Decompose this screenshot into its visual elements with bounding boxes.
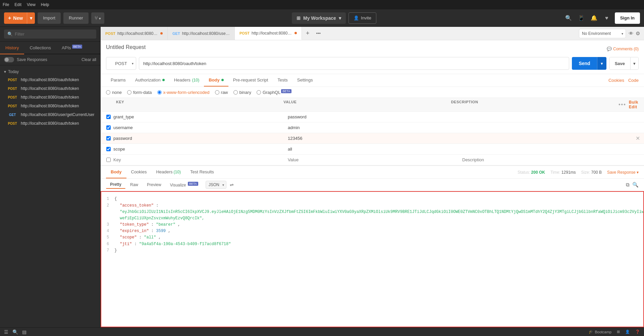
save-button[interactable]: Save [609, 57, 630, 69]
save-response-button[interactable]: Save Response ▾ [607, 170, 639, 175]
radio-binary[interactable]: binary [233, 90, 251, 95]
bulk-edit-button[interactable]: Bulk Edit [629, 100, 639, 109]
workspace-button[interactable]: ⊞ My Workspace ▾ [292, 12, 346, 24]
search-response-button[interactable]: 🔍 [632, 182, 639, 188]
row3-delete-button[interactable]: ✕ [634, 135, 644, 142]
more-tabs-button[interactable]: ••• [314, 31, 324, 36]
req-tab-authorization[interactable]: Authorization [130, 74, 169, 87]
row1-key-input[interactable] [111, 112, 285, 122]
more-options-button[interactable]: ••• [619, 102, 626, 108]
req-tab-body[interactable]: Body [204, 74, 228, 87]
row2-key-input[interactable] [111, 122, 285, 133]
request-tab-2[interactable]: POST http://localhost:8080/oauth/to... [235, 27, 302, 40]
row2-desc-input[interactable] [460, 122, 634, 133]
radio-form-data[interactable]: form-data [127, 90, 152, 95]
format-tab-preview[interactable]: Preview [143, 181, 165, 188]
import-button[interactable]: Import [38, 12, 61, 24]
history-item[interactable]: POST http://localhost:8080/oauth/token [0, 119, 100, 128]
row4-key-input[interactable] [111, 144, 285, 154]
url-input[interactable] [139, 57, 569, 70]
bottom-help-icon[interactable]: ❓ [635, 330, 640, 334]
method-select[interactable]: POST GET PUT PATCH DELETE [106, 57, 136, 70]
req-tab-tests[interactable]: Tests [273, 74, 292, 87]
response-tab-cookies[interactable]: Cookies [126, 166, 152, 178]
today-header[interactable]: ▾ Today [0, 68, 100, 75]
menu-view[interactable]: View [27, 2, 36, 7]
fork-button[interactable]: ⑂ ▾ [91, 12, 105, 24]
row1-desc-input[interactable] [460, 112, 634, 122]
row3-key-input[interactable] [111, 133, 285, 144]
bottom-grid-icon[interactable]: ⊞ [617, 330, 620, 334]
history-item[interactable]: POST http://localhost:8080/oauth/token [0, 84, 100, 93]
sidebar-tab-collections[interactable]: Collections [24, 42, 56, 54]
send-arrow-button[interactable]: ▾ [597, 57, 606, 70]
notification-bell-icon[interactable]: 🔔 [589, 13, 599, 23]
bottom-console-icon[interactable]: ▤ [22, 329, 26, 335]
format-tab-raw[interactable]: Raw [126, 181, 142, 188]
radio-none[interactable]: none [106, 90, 122, 95]
signin-button[interactable]: Sign In [615, 12, 640, 24]
response-tab-headers[interactable]: Headers (10) [151, 166, 185, 178]
radio-urlencoded[interactable]: x-www-form-urlencoded [157, 90, 210, 95]
new-button[interactable]: + New ▾ [4, 12, 35, 24]
row5-desc-input[interactable] [460, 155, 634, 165]
request-tab-1[interactable]: GET http://localhost:8080/user/getC... [168, 27, 235, 40]
menu-file[interactable]: File [3, 2, 9, 7]
response-tab-test-results[interactable]: Test Results [185, 166, 219, 178]
row3-desc-input[interactable] [460, 133, 634, 144]
filter-input-container[interactable]: 🔍 [4, 30, 96, 39]
save-responses-toggle[interactable] [4, 57, 14, 62]
send-button[interactable]: Send [572, 57, 597, 70]
req-tab-settings[interactable]: Settings [292, 74, 318, 87]
format-select[interactable]: JSON XML HTML Text [206, 181, 222, 188]
row5-checkbox[interactable] [101, 155, 111, 165]
format-tab-pretty[interactable]: Pretty [106, 181, 125, 189]
history-item[interactable]: POST http://localhost:8080/oauth/token [0, 75, 100, 84]
comments-link[interactable]: 💬 Comments (0) [607, 47, 639, 51]
eye-icon[interactable]: 👁 [629, 31, 634, 36]
environment-select[interactable]: No Environment [579, 29, 626, 38]
row2-value-input[interactable] [285, 122, 460, 133]
heart-icon[interactable]: ♥ [602, 13, 611, 23]
response-tab-body[interactable]: Body [106, 166, 126, 178]
history-item[interactable]: POST http://localhost:8080/oauth/token [0, 93, 100, 102]
req-tab-headers[interactable]: Headers (10) [169, 74, 204, 87]
request-tab-0[interactable]: POST http://localhost:8080/oauth/to... [101, 27, 168, 40]
settings-icon[interactable]: ⚙ [636, 31, 640, 37]
runner-button[interactable]: Runner [63, 12, 89, 24]
radio-raw[interactable]: raw [215, 90, 228, 95]
history-item[interactable]: POST http://localhost:8080/oauth/token [0, 102, 100, 110]
phone-icon[interactable]: 📱 [577, 13, 586, 23]
sidebar-tab-history[interactable]: History [0, 42, 24, 54]
save-arrow-button[interactable]: ▾ [630, 57, 638, 69]
row1-value-input[interactable] [285, 112, 460, 122]
add-tab-button[interactable]: + [302, 30, 314, 37]
req-tab-pre-request[interactable]: Pre-request Script [228, 74, 273, 87]
history-item[interactable]: GET http://localhost:8080/user/getCurren… [0, 110, 100, 119]
row4-checkbox[interactable] [101, 144, 111, 154]
new-button-arrow[interactable]: ▾ [27, 12, 35, 24]
wrap-icon[interactable]: ⇌ [230, 182, 234, 187]
menu-edit[interactable]: Edit [14, 2, 21, 7]
row4-desc-input[interactable] [460, 144, 634, 154]
copy-response-button[interactable]: ⧉ [626, 182, 630, 188]
row5-value-input[interactable] [285, 155, 460, 165]
bottom-sidebar-icon[interactable]: ☰ [4, 329, 8, 335]
menu-help[interactable]: Help [41, 2, 49, 7]
invite-button[interactable]: 👤 Invite [348, 12, 376, 24]
bottom-person-icon[interactable]: 👤 [625, 330, 630, 334]
row2-checkbox[interactable] [101, 123, 111, 132]
row3-value-input[interactable] [285, 133, 460, 144]
row4-value-input[interactable] [285, 144, 460, 154]
filter-input[interactable] [15, 32, 93, 37]
sidebar-tab-apis[interactable]: APIsBETA [56, 42, 88, 54]
row1-checkbox[interactable] [101, 112, 111, 122]
bottom-search-icon[interactable]: 🔍 [12, 329, 18, 335]
format-tab-visualize[interactable]: Visualize BETA [166, 181, 202, 189]
row5-key-input[interactable] [111, 155, 285, 165]
row3-checkbox[interactable] [101, 133, 111, 143]
radio-graphql[interactable]: GraphQLBETA [257, 90, 291, 95]
search-icon[interactable]: 🔍 [564, 13, 573, 23]
req-tab-params[interactable]: Params [106, 74, 130, 87]
clear-all-button[interactable]: Clear all [82, 57, 96, 62]
